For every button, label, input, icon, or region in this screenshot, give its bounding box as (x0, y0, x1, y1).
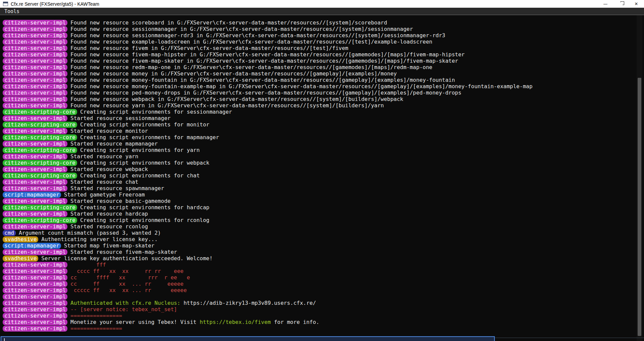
console-line: citizen-server-implStarted resource webp… (3, 166, 644, 172)
log-text: Creating script environments for mapmana… (80, 134, 219, 140)
log-text: Found new resource money-fountain-exampl… (70, 83, 533, 90)
log-text: Found new resource money in G:/FXServer\… (70, 70, 397, 77)
console-line: citizen-scripting-coreCreating script en… (3, 204, 644, 211)
log-channel-badge: svadhesive (3, 255, 38, 262)
log-text: Found new resource sessionmanager in G:/… (70, 26, 413, 32)
console-line: citizen-server-implStarted resource basi… (3, 198, 644, 204)
log-text: Creating script environments for monitor (80, 121, 209, 128)
log-channel-badge: citizen-server-impl (3, 211, 67, 217)
log-text: https://tebex.io/fivem (200, 319, 271, 325)
console-line: citizen-server-implFound new resource fi… (3, 45, 644, 51)
log-text: cc ff xx ... rr eeeee (70, 281, 183, 287)
log-channel-badge: svadhesive (3, 236, 38, 242)
log-channel-badge: citizen-server-impl (3, 300, 67, 306)
log-text: Creating script environments for yarn (80, 147, 200, 153)
log-channel-badge: citizen-server-impl (3, 128, 67, 134)
text-cursor (4, 338, 5, 341)
log-channel-badge: script:mapmanager (3, 192, 61, 198)
log-text: Started resource monitor (70, 128, 148, 134)
log-channel-badge: citizen-server-impl (3, 141, 67, 147)
log-channel-badge: citizen-server-impl (3, 45, 67, 51)
log-text: Found new resource fivem-map-hipster in … (70, 51, 465, 58)
menu-item-tools[interactable]: Tools (0, 8, 24, 15)
restore-button[interactable] (613, 0, 629, 8)
console-line: citizen-scripting-coreCreating script en… (3, 109, 644, 115)
log-channel-badge: citizen-server-impl (3, 281, 67, 287)
log-text: for more info. (271, 319, 319, 325)
log-text: Started resource yarn (70, 153, 138, 160)
log-channel-badge: citizen-server-impl (3, 306, 67, 312)
log-channel-badge: citizen-scripting-core (3, 205, 77, 211)
console-line: citizen-server-implStarted resource mapm… (3, 140, 644, 147)
console-line: citizen-server-implFound new resource mo… (3, 83, 644, 90)
console-line: script:mapmanagerStarted gametype Freero… (3, 191, 644, 198)
console-line: citizen-server-implcc ff xx ... rr eeeee (3, 281, 644, 287)
log-text: cc ffff xx rrr r ee e (70, 274, 190, 281)
log-channel-badge: cmd (3, 230, 16, 236)
log-channel-badge: citizen-server-impl (3, 294, 67, 300)
log-channel-badge: script:mapmanager (3, 243, 61, 249)
log-channel-badge: citizen-server-impl (3, 198, 67, 204)
console-line: citizen-server-impl================ (3, 312, 644, 319)
log-channel-badge: citizen-server-impl (3, 319, 67, 325)
command-input[interactable] (1, 336, 495, 341)
log-text: Started resource hardcap (70, 211, 148, 217)
log-text: Found new resource example-loadscreen in… (70, 39, 432, 45)
log-text: Started resource spawnmanager (70, 185, 164, 191)
log-text: Found new resource fivem-map-skater in G… (70, 58, 458, 64)
close-icon: ✕ (635, 1, 638, 6)
console-line: svadhesiveAuthenticating server license … (3, 236, 644, 242)
log-channel-badge: citizen-scripting-core (3, 122, 77, 128)
log-channel-badge: citizen-server-impl (3, 26, 67, 32)
minimize-button[interactable]: — (598, 0, 613, 8)
log-text: Found new resource money-fountain in G:/… (70, 77, 455, 83)
console-line: citizen-server-implStarted resource spaw… (3, 185, 644, 191)
log-channel-badge: citizen-scripting-core (3, 160, 77, 166)
console-line: citizen-server-implStarted resource chat (3, 179, 644, 185)
log-channel-badge: citizen-server-impl (3, 58, 67, 64)
log-text: Started resource mapmanager (70, 140, 158, 147)
log-text: Server license key authentication succee… (41, 255, 213, 262)
log-channel-badge: citizen-server-impl (3, 96, 67, 102)
log-channel-badge: citizen-server-impl (3, 64, 67, 70)
log-channel-badge: citizen-server-impl (3, 262, 67, 268)
log-channel-badge: citizen-server-impl (3, 83, 67, 90)
console-line: citizen-scripting-coreCreating script en… (3, 217, 644, 223)
log-channel-badge: citizen-server-impl (3, 179, 67, 185)
console-output: citizen-server-implFound new resource sc… (0, 15, 644, 341)
log-channel-badge: citizen-scripting-core (3, 173, 77, 179)
console-line: citizen-server-implStarted resource yarn (3, 153, 644, 160)
console-line: cmdArgument count mismatch (passed 3, wa… (3, 230, 644, 236)
log-text: ================ (70, 325, 122, 332)
console-lines: citizen-server-implFound new resource sc… (3, 19, 644, 332)
console-line: citizen-server-implFound new resource ex… (3, 39, 644, 45)
log-text: ================ (70, 312, 122, 319)
log-text: Started resource rconlog (70, 223, 148, 230)
log-text: Found new resource redm-map-one in G:/FX… (70, 64, 432, 70)
log-text: Started gametype Freeroam (64, 191, 145, 198)
log-text: Found new resource yarn in G:/FXServer\c… (70, 102, 384, 109)
console-line: citizen-server-impl================ (3, 325, 644, 332)
close-button[interactable]: ✕ (629, 0, 644, 8)
log-text: Found new resource sessionmanager-rdr3 i… (70, 32, 445, 39)
log-channel-badge: citizen-server-impl (3, 313, 67, 319)
log-channel-badge: citizen-server-impl (3, 33, 67, 39)
console-line: citizen-server-implStarted resource rcon… (3, 223, 644, 230)
console-line: citizen-server-implStarted resource five… (3, 249, 644, 255)
console-line: citizen-server-implFound new resource fi… (3, 58, 644, 64)
console-line: citizen-server-implAuthenticated with cf… (3, 300, 644, 306)
log-channel-badge: citizen-server-impl (3, 268, 67, 274)
scrollbar-thumb[interactable] (638, 78, 641, 336)
log-text: Creating script environments for session… (80, 109, 232, 115)
log-channel-badge: citizen-scripting-core (3, 217, 77, 223)
console-line: svadhesiveServer license key authenticat… (3, 255, 644, 262)
console-line: citizen-server-impl (3, 293, 644, 300)
log-channel-badge: citizen-server-impl (3, 287, 67, 293)
log-channel-badge: citizen-scripting-core (3, 147, 77, 153)
log-channel-badge: citizen-server-impl (3, 71, 67, 77)
log-channel-badge: citizen-server-impl (3, 20, 67, 26)
log-channel-badge: citizen-scripting-core (3, 134, 77, 140)
console-line: citizen-server-impl-- [server notice: te… (3, 306, 644, 312)
console-line: citizen-server-implFound new resource fi… (3, 51, 644, 58)
console-line: citizen-scripting-coreCreating script en… (3, 121, 644, 128)
